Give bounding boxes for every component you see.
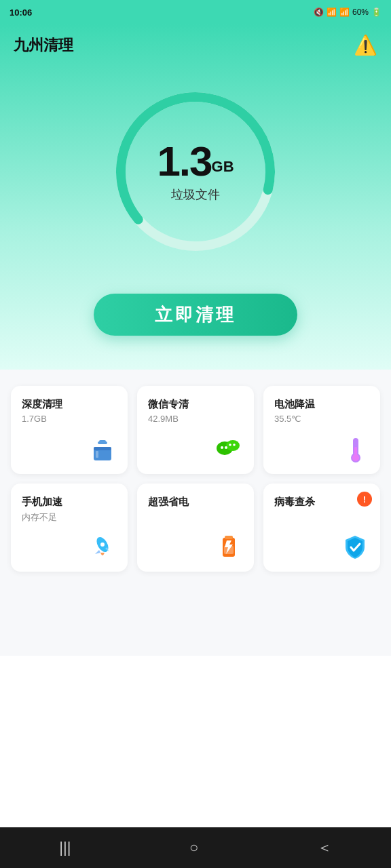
rocket-icon (88, 532, 117, 561)
gauge-unit: GB (212, 158, 234, 175)
mute-icon: 🔇 (314, 7, 324, 17)
power-save-icon (215, 532, 243, 561)
app-header: 九州清理 ⚠️ (0, 24, 391, 63)
svg-rect-5 (99, 440, 106, 443)
wechat-icon (215, 435, 243, 463)
card-power-save[interactable]: 超强省电 (137, 484, 254, 572)
card-battery-cool-value: 35.5℃ (274, 414, 369, 424)
svg-marker-18 (95, 550, 100, 554)
card-phone-boost-title: 手机加速 (22, 496, 117, 509)
warning-icon[interactable]: ⚠️ (354, 34, 377, 56)
nav-bar: ||| ○ ＜ (0, 827, 391, 868)
battery-status: 60% (352, 7, 369, 17)
card-deep-clean-value: 1.7GB (22, 414, 117, 424)
card-wechat-title: 微信专清 (148, 398, 243, 411)
nav-back-button[interactable]: ＜ (298, 832, 351, 863)
shield-check-icon (341, 532, 369, 561)
card-wechat-clean[interactable]: 微信专清 42.9MB (137, 386, 254, 474)
svg-point-11 (229, 443, 231, 446)
card-virus-badge: ! (357, 492, 372, 507)
hero-section: 九州清理 ⚠️ 1.3GB 垃圾文件 立即清理 (0, 24, 391, 370)
gauge-center: 1.3GB 垃圾文件 (157, 140, 234, 203)
card-virus-kill-title: 病毒查杀 (274, 496, 369, 509)
card-deep-clean[interactable]: 深度清理 1.7GB (11, 386, 128, 474)
card-phone-boost-value: 内存不足 (22, 511, 117, 524)
status-bar: 10:06 🔇 📶 📶 60% 🔋 (0, 0, 391, 24)
card-wechat-value: 42.9MB (148, 414, 243, 424)
svg-rect-3 (94, 447, 111, 450)
cards-grid: 深度清理 1.7GB 微信专清 42.9MB (11, 386, 380, 572)
svg-point-9 (221, 446, 223, 449)
svg-rect-22 (225, 536, 233, 539)
svg-point-16 (352, 454, 359, 461)
status-time: 10:06 (10, 7, 32, 18)
card-virus-kill[interactable]: ! 病毒查杀 (263, 484, 380, 572)
svg-point-8 (226, 440, 240, 451)
svg-point-20 (100, 542, 105, 547)
status-icons: 🔇 📶 📶 60% 🔋 (314, 7, 381, 17)
card-phone-boost[interactable]: 手机加速 内存不足 (11, 484, 128, 572)
bottom-spacer (0, 588, 391, 656)
signal-icon: 📶 (339, 7, 350, 17)
svg-point-12 (233, 443, 236, 446)
nav-home-button[interactable]: ○ (170, 833, 217, 862)
card-deep-clean-title: 深度清理 (22, 398, 117, 411)
wifi-icon: 📶 (327, 7, 337, 17)
thermometer-icon (341, 435, 369, 463)
nav-recent-button[interactable]: ||| (40, 833, 90, 862)
card-power-save-title: 超强省电 (148, 496, 243, 509)
svg-rect-6 (96, 451, 98, 458)
battery-icon: 🔋 (371, 7, 381, 17)
gauge-container: 1.3GB 垃圾文件 (107, 83, 284, 260)
svg-point-10 (225, 446, 227, 449)
clean-button[interactable]: 立即清理 (94, 294, 297, 336)
cards-section: 深度清理 1.7GB 微信专清 42.9MB (0, 370, 391, 588)
gauge-value: 1.3 (157, 138, 211, 184)
app-title: 九州清理 (14, 35, 73, 56)
gauge-display: 1.3GB (157, 140, 234, 182)
card-battery-cool-title: 电池降温 (274, 398, 369, 411)
gauge-label: 垃圾文件 (157, 186, 234, 203)
card-battery-cool[interactable]: 电池降温 35.5℃ (263, 386, 380, 474)
bucket-icon (88, 435, 117, 463)
